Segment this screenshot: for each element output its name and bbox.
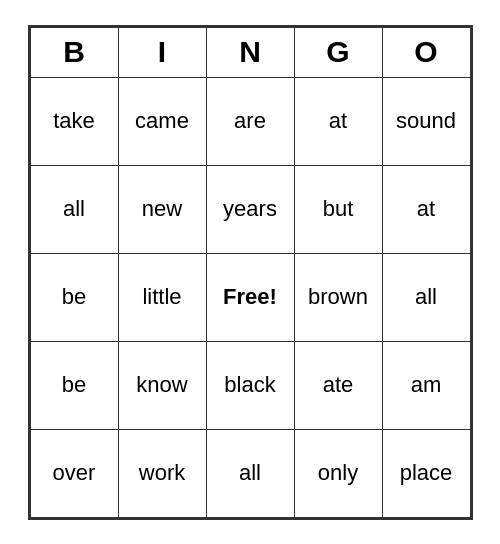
cell-r2-c4: all bbox=[382, 253, 470, 341]
cell-r0-c4: sound bbox=[382, 77, 470, 165]
table-row: takecameareatsound bbox=[30, 77, 470, 165]
bingo-card: BINGO takecameareatsoundallnewyearsbutat… bbox=[28, 25, 473, 520]
cell-r4-c2: all bbox=[206, 429, 294, 517]
cell-r3-c3: ate bbox=[294, 341, 382, 429]
cell-r0-c0: take bbox=[30, 77, 118, 165]
table-row: belittleFree!brownall bbox=[30, 253, 470, 341]
cell-r4-c1: work bbox=[118, 429, 206, 517]
cell-r0-c2: are bbox=[206, 77, 294, 165]
table-row: allnewyearsbutat bbox=[30, 165, 470, 253]
cell-r3-c4: am bbox=[382, 341, 470, 429]
cell-r3-c2: black bbox=[206, 341, 294, 429]
header-col-b: B bbox=[30, 27, 118, 77]
table-row: overworkallonlyplace bbox=[30, 429, 470, 517]
cell-r2-c0: be bbox=[30, 253, 118, 341]
table-row: beknowblackateam bbox=[30, 341, 470, 429]
cell-r3-c0: be bbox=[30, 341, 118, 429]
header-col-g: G bbox=[294, 27, 382, 77]
cell-r4-c0: over bbox=[30, 429, 118, 517]
cell-r1-c3: but bbox=[294, 165, 382, 253]
cell-r1-c1: new bbox=[118, 165, 206, 253]
cell-r2-c2: Free! bbox=[206, 253, 294, 341]
cell-r0-c1: came bbox=[118, 77, 206, 165]
cell-r4-c3: only bbox=[294, 429, 382, 517]
cell-r3-c1: know bbox=[118, 341, 206, 429]
cell-r2-c1: little bbox=[118, 253, 206, 341]
bingo-table: BINGO takecameareatsoundallnewyearsbutat… bbox=[30, 27, 471, 518]
cell-r1-c2: years bbox=[206, 165, 294, 253]
cell-r0-c3: at bbox=[294, 77, 382, 165]
header-col-i: I bbox=[118, 27, 206, 77]
cell-r1-c4: at bbox=[382, 165, 470, 253]
cell-r2-c3: brown bbox=[294, 253, 382, 341]
header-col-n: N bbox=[206, 27, 294, 77]
header-row: BINGO bbox=[30, 27, 470, 77]
cell-r4-c4: place bbox=[382, 429, 470, 517]
cell-r1-c0: all bbox=[30, 165, 118, 253]
header-col-o: O bbox=[382, 27, 470, 77]
